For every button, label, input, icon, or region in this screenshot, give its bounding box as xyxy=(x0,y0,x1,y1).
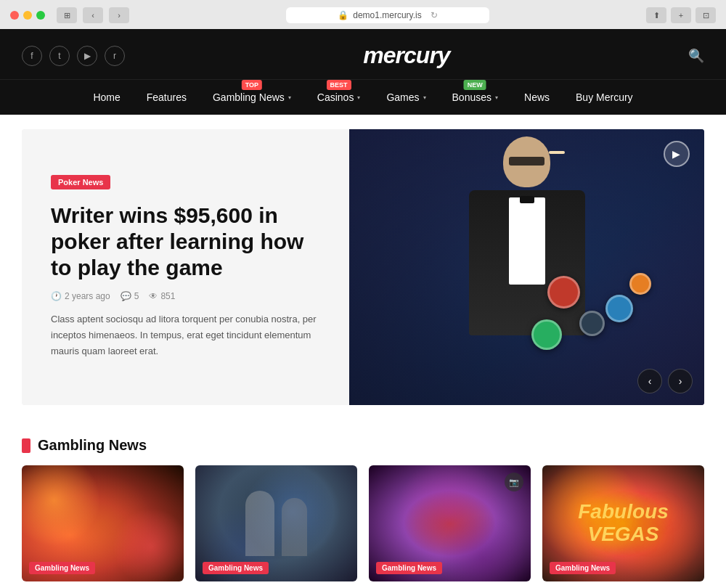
site-nav: Home Features Top Gambling News ▾ Best C… xyxy=(0,79,726,115)
nav-label-news: News xyxy=(524,91,550,103)
chip-red xyxy=(547,276,580,309)
reload-icon[interactable]: ↻ xyxy=(431,10,438,20)
twitter-icon[interactable]: t xyxy=(49,46,70,66)
card-1[interactable]: Gambling News xyxy=(22,465,184,581)
facebook-icon[interactable]: f xyxy=(22,46,42,66)
fullscreen-button[interactable] xyxy=(36,11,45,20)
address-bar[interactable]: 🔒 demo1.mercury.is ↻ xyxy=(286,7,489,23)
camera-icon: 📷 xyxy=(505,473,523,491)
nav-item-features[interactable]: Features xyxy=(134,80,200,115)
url-text: demo1.mercury.is xyxy=(353,10,421,20)
site-logo[interactable]: mercury xyxy=(363,42,449,69)
views-count: 851 xyxy=(160,291,175,301)
couple-deco xyxy=(245,491,307,556)
hero-excerpt: Class aptent sociosqu ad litora torquent… xyxy=(51,311,320,359)
forward-button[interactable]: › xyxy=(109,7,129,23)
nav-label-casinos: Casinos xyxy=(317,91,354,103)
slider-arrows: ‹ › xyxy=(637,369,693,393)
nav-label-gambling-news: Gambling News xyxy=(213,91,285,103)
header-top: f t ▶ r mercury 🔍 xyxy=(22,29,704,79)
nav-item-games[interactable]: Games ▾ xyxy=(373,80,439,115)
chevron-down-icon-games: ▾ xyxy=(423,94,426,101)
person-shape xyxy=(447,136,607,383)
play-icon: ▶ xyxy=(672,148,680,160)
eye-icon: 👁 xyxy=(149,291,158,301)
search-button[interactable]: 🔍 xyxy=(688,48,704,64)
card-3[interactable]: 📷 Gambling News xyxy=(369,465,531,581)
nav-label-home: Home xyxy=(93,91,120,103)
nav-item-buy-mercury[interactable]: Buy Mercury xyxy=(563,80,646,115)
card-4[interactable]: FabulousVEGAS Gambling News xyxy=(542,465,704,581)
hero-image-overlay: ▶ ‹ › xyxy=(349,129,704,405)
nav-label-bonuses: Bonuses xyxy=(452,91,492,103)
section-dot xyxy=(22,438,30,453)
chip-blue xyxy=(605,295,633,322)
chip-dark xyxy=(579,311,605,336)
badge-best: Best xyxy=(327,80,351,90)
card-2-tag: Gambling News xyxy=(203,562,269,574)
gambling-news-section-header: Gambling News xyxy=(0,420,726,465)
youtube-icon[interactable]: ▶ xyxy=(77,46,97,66)
person-head xyxy=(503,136,550,187)
meta-views: 👁 851 xyxy=(149,291,175,301)
chevron-down-icon: ▾ xyxy=(288,94,291,101)
hero-image: ▶ ‹ › xyxy=(349,129,704,405)
bow-tie xyxy=(520,196,534,203)
meta-time: 🕐 2 years ago xyxy=(51,291,110,301)
hero-figure xyxy=(349,129,704,405)
address-bar-wrap: 🔒 demo1.mercury.is ↻ xyxy=(136,7,639,23)
back-button[interactable]: ‹ xyxy=(83,7,103,23)
hero-title: Writer wins $95,600 in poker after learn… xyxy=(51,203,320,281)
chip-orange xyxy=(629,273,651,295)
card-2[interactable]: Gambling News xyxy=(195,465,357,581)
browser-right-buttons: ⬆ + ⊡ xyxy=(646,7,716,23)
time-text: 2 years ago xyxy=(65,291,110,301)
cigarette xyxy=(549,151,565,154)
nav-item-home[interactable]: Home xyxy=(80,80,133,115)
sidebar-toggle-button[interactable]: ⊞ xyxy=(57,7,77,23)
social-icons: f t ▶ r xyxy=(22,46,125,66)
nav-item-casinos[interactable]: Best Casinos ▾ xyxy=(304,80,374,115)
clock-icon: 🕐 xyxy=(51,291,62,301)
browser-chrome: ⊞ ‹ › 🔒 demo1.mercury.is ↻ ⬆ + ⊡ xyxy=(0,0,726,23)
play-button[interactable]: ▶ xyxy=(664,141,690,167)
card-grid: Gambling News Gambling News 📷 Gambl xyxy=(0,465,726,588)
gambling-news-title: Gambling News xyxy=(38,437,147,454)
browser-top-bar: ⊞ ‹ › 🔒 demo1.mercury.is ↻ ⬆ + ⊡ xyxy=(10,7,716,23)
sunglasses xyxy=(509,157,544,166)
badge-top: Top xyxy=(242,80,262,90)
traffic-lights xyxy=(10,11,45,20)
prev-slide-button[interactable]: ‹ xyxy=(637,369,662,393)
new-tab-button[interactable]: + xyxy=(671,7,691,23)
next-slide-button[interactable]: › xyxy=(668,369,693,393)
lock-icon: 🔒 xyxy=(338,10,348,20)
card-4-tag: Gambling News xyxy=(550,562,616,574)
close-button[interactable] xyxy=(10,11,19,20)
meta-comments: 💬 5 xyxy=(121,291,139,301)
minimize-button[interactable] xyxy=(23,11,32,20)
website: f t ▶ r mercury 🔍 Home Features Top Gamb… xyxy=(0,29,726,588)
comment-icon: 💬 xyxy=(121,291,131,301)
chevron-down-icon-casinos: ▾ xyxy=(357,94,360,101)
nav-item-bonuses[interactable]: New Bonuses ▾ xyxy=(439,80,511,115)
person-body xyxy=(469,190,585,335)
hero-content: Poker News Writer wins $95,600 in poker … xyxy=(22,129,349,405)
chevron-down-icon-bonuses: ▾ xyxy=(495,94,498,101)
shirt xyxy=(509,197,545,285)
tabs-button[interactable]: ⊡ xyxy=(696,7,716,23)
nav-label-features: Features xyxy=(147,91,187,103)
card-1-tag: Gambling News xyxy=(29,562,95,574)
hero-tag[interactable]: Poker News xyxy=(51,175,110,189)
share-button[interactable]: ⬆ xyxy=(646,7,666,23)
comments-count: 5 xyxy=(134,291,139,301)
hero-section: Poker News Writer wins $95,600 in poker … xyxy=(22,129,704,405)
card-3-tag: Gambling News xyxy=(376,562,442,574)
nav-label-buy-mercury: Buy Mercury xyxy=(576,91,633,103)
nav-item-gambling-news[interactable]: Top Gambling News ▾ xyxy=(200,80,304,115)
reddit-icon[interactable]: r xyxy=(105,46,125,66)
vegas-text: FabulousVEGAS xyxy=(578,501,668,546)
nav-label-games: Games xyxy=(386,91,419,103)
browser-controls: ⊞ ‹ › xyxy=(57,7,129,23)
hero-meta: 🕐 2 years ago 💬 5 👁 851 xyxy=(51,291,320,301)
nav-item-news[interactable]: News xyxy=(511,80,563,115)
